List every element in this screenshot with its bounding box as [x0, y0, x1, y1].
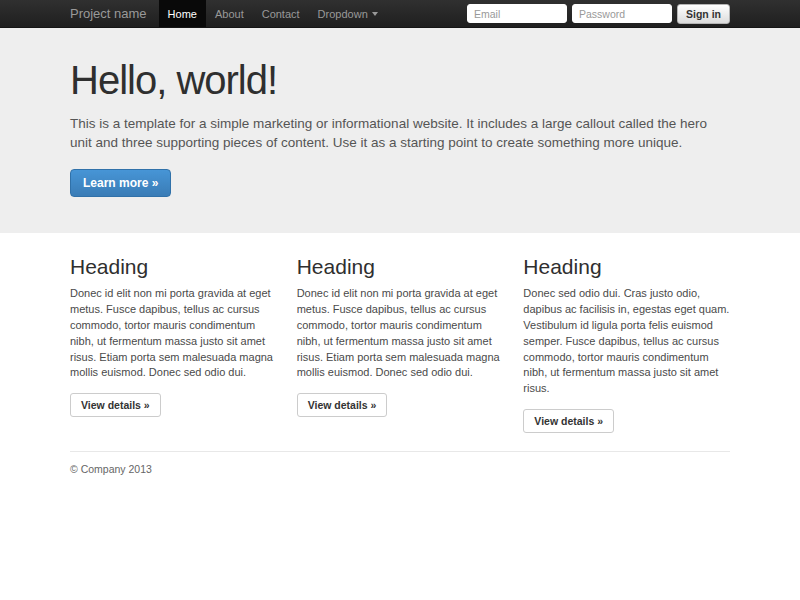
nav-item-about[interactable]: About	[206, 0, 253, 27]
content-column-3: Heading Donec sed odio dui. Cras justo o…	[523, 255, 730, 434]
column-text: Donec id elit non mi porta gravida at eg…	[70, 286, 277, 382]
column-heading: Heading	[523, 255, 730, 279]
column-heading: Heading	[297, 255, 504, 279]
email-field[interactable]	[467, 4, 567, 23]
nav-links: Home About Contact Dropdown	[159, 0, 387, 27]
nav-item-home[interactable]: Home	[159, 0, 206, 27]
hero-title: Hello, world!	[70, 58, 730, 103]
content-column-2: Heading Donec id elit non mi porta gravi…	[297, 255, 504, 434]
view-details-button-2[interactable]: View details »	[297, 393, 388, 417]
column-heading: Heading	[70, 255, 277, 279]
sign-in-button[interactable]: Sign in	[677, 4, 730, 24]
hero-text: This is a template for a simple marketin…	[70, 115, 730, 153]
copyright-text: © Company 2013	[70, 463, 730, 475]
signin-form: Sign in	[467, 0, 730, 27]
column-text: Donec id elit non mi porta gravida at eg…	[297, 286, 504, 382]
content-column-1: Heading Donec id elit non mi porta gravi…	[70, 255, 277, 434]
navbar: Project name Home About Contact Dropdown…	[0, 0, 800, 28]
brand-link[interactable]: Project name	[70, 0, 147, 27]
column-text: Donec sed odio dui. Cras justo odio, dap…	[523, 286, 730, 398]
caret-down-icon	[372, 12, 378, 16]
footer-divider	[70, 451, 730, 452]
view-details-button-1[interactable]: View details »	[70, 393, 161, 417]
content-area: Heading Donec id elit non mi porta gravi…	[70, 255, 730, 476]
footer: © Company 2013	[70, 451, 730, 475]
password-field[interactable]	[572, 4, 672, 23]
nav-item-dropdown[interactable]: Dropdown	[309, 0, 387, 27]
nav-item-contact[interactable]: Contact	[253, 0, 309, 27]
hero-unit: Hello, world! This is a template for a s…	[0, 28, 800, 233]
view-details-button-3[interactable]: View details »	[523, 409, 614, 433]
nav-item-dropdown-label: Dropdown	[318, 8, 368, 20]
learn-more-button[interactable]: Learn more »	[70, 169, 171, 197]
